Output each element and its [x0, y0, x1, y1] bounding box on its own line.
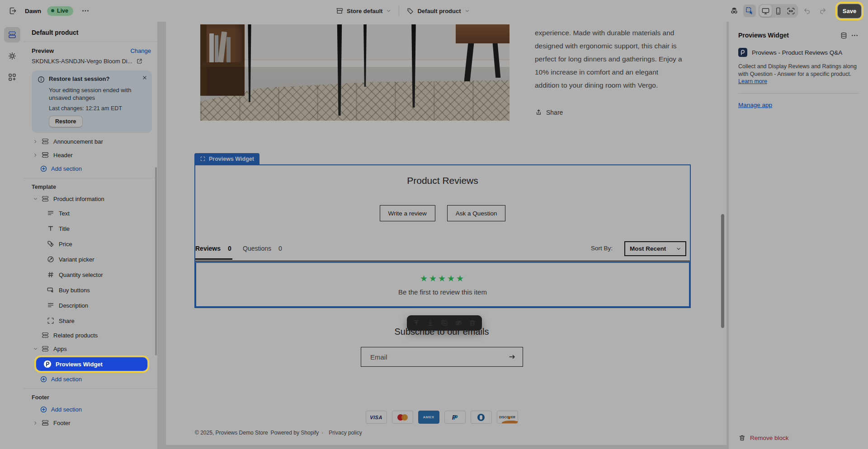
- section-icon: [41, 137, 49, 145]
- redo-button[interactable]: [816, 5, 829, 17]
- email-submit-button[interactable]: [502, 353, 523, 361]
- live-dot-icon: [51, 9, 54, 12]
- sidebar-item-text-block[interactable]: Text: [24, 206, 157, 221]
- mobile-view-button[interactable]: [772, 5, 784, 17]
- tabs-divider: [195, 261, 690, 262]
- hash-icon: [47, 271, 55, 279]
- sidebar-item-announcement-bar[interactable]: Announcement bar: [24, 135, 157, 148]
- sidebar-item-description-block[interactable]: Description: [24, 298, 157, 313]
- sort-select[interactable]: Most Recent: [624, 241, 686, 256]
- theme-options-button[interactable]: [79, 5, 92, 17]
- section-icon: [41, 419, 49, 427]
- proviews-app-logo: [738, 48, 747, 57]
- desktop-view-button[interactable]: [760, 5, 772, 17]
- database-icon: [840, 32, 848, 39]
- rail-app-embeds-button[interactable]: [4, 70, 20, 85]
- tab-questions[interactable]: Questions 0: [243, 245, 282, 252]
- proviews-widget-block[interactable]: Product Reviews Write a review Ask a Que…: [194, 164, 691, 308]
- fullwidth-view-button[interactable]: [785, 5, 797, 17]
- exit-icon: [8, 6, 17, 15]
- tab-reviews[interactable]: Reviews 0: [195, 245, 231, 252]
- exit-editor-button[interactable]: [6, 5, 19, 17]
- footer-group-heading: Footer: [24, 392, 157, 402]
- email-signup-field: [361, 347, 523, 367]
- preview-scrollbar[interactable]: [721, 214, 724, 328]
- store-context-selector[interactable]: Store default: [335, 7, 392, 15]
- remove-block-button[interactable]: Remove block: [738, 434, 789, 442]
- ask-question-button[interactable]: Ask a Question: [447, 205, 506, 221]
- share-icon: [535, 108, 542, 116]
- sidebar-item-footer-section[interactable]: Footer: [24, 416, 157, 430]
- storefront-preview: experience. Made with durable materials …: [166, 22, 726, 445]
- buy-button-icon: [47, 286, 55, 294]
- close-banner-button[interactable]: [142, 75, 148, 81]
- theme-name: Dawn: [25, 8, 41, 14]
- privacy-policy-link[interactable]: Privacy policy: [329, 430, 362, 436]
- write-review-button[interactable]: Write a review: [380, 205, 435, 221]
- payment-methods: VISA AMEX PP DISCOVER: [166, 411, 717, 424]
- sidebar-item-apps[interactable]: Apps: [24, 342, 157, 355]
- widget-tabs: Reviews 0 Questions 0: [195, 242, 690, 260]
- block-toolbar: [407, 315, 482, 331]
- desktop-icon: [761, 7, 770, 15]
- hide-block-button[interactable]: [452, 317, 465, 329]
- sidebar-item-related-products[interactable]: Related products: [24, 328, 157, 342]
- rail-theme-settings-button[interactable]: [4, 48, 20, 64]
- bookshelf: [200, 24, 245, 96]
- sidebar-item-variant-picker-block[interactable]: Variant picker: [24, 252, 157, 267]
- sidebar-item-buy-buttons-block[interactable]: Buy buttons: [24, 282, 157, 298]
- dynamic-source-button[interactable]: [838, 30, 849, 41]
- undo-button[interactable]: [801, 5, 813, 17]
- restore-button[interactable]: Restore: [49, 116, 83, 127]
- text-icon: [47, 301, 55, 309]
- add-section-header-group[interactable]: Add section: [24, 162, 157, 175]
- device-toggle-group: [759, 4, 798, 18]
- sidebar-scrollbar[interactable]: [155, 167, 157, 355]
- add-section-template-group[interactable]: Add section: [24, 372, 157, 386]
- email-input[interactable]: [361, 353, 502, 361]
- chevron-down-icon: [464, 8, 470, 14]
- sidebar-item-share-block[interactable]: Share: [24, 313, 157, 328]
- section-icon: [41, 345, 49, 353]
- reviews-count: 0: [228, 245, 231, 252]
- panel-options-button[interactable]: [849, 30, 860, 41]
- sidebar-item-header[interactable]: Header: [24, 148, 157, 162]
- sidebar-item-product-information[interactable]: Product information: [24, 192, 157, 206]
- delete-block-button[interactable]: [466, 317, 479, 329]
- app-description: Collect and Display Reviews and Ratings …: [729, 57, 868, 85]
- banner-body-line1: Your editing session ended with: [49, 87, 131, 94]
- save-button[interactable]: Save: [838, 4, 861, 18]
- top-bar: Dawn Live Store default: [0, 0, 868, 22]
- manage-app-link[interactable]: Manage app: [738, 102, 772, 108]
- inspector-tool-button[interactable]: [743, 5, 756, 17]
- product-image[interactable]: [200, 24, 509, 121]
- share-button[interactable]: Share: [535, 108, 563, 116]
- chevron-down-icon: [386, 8, 392, 14]
- add-section-footer-group[interactable]: Add section: [24, 402, 157, 416]
- paypal-badge: PP: [444, 411, 466, 424]
- duplicate-block-button[interactable]: [438, 317, 451, 329]
- storefront-footer: © 2025, Proviews Demo Store Powered by S…: [195, 430, 362, 436]
- page-selector[interactable]: Default product: [406, 7, 470, 15]
- preview-incognito-button[interactable]: [728, 5, 741, 17]
- divider: [399, 6, 399, 16]
- app-name: Proviews - Product Reviews Q&A: [752, 49, 842, 56]
- change-preview-link[interactable]: Change: [130, 47, 151, 54]
- amex-badge: AMEX: [418, 411, 439, 424]
- move-block-down-button[interactable]: [424, 317, 437, 329]
- external-link-icon[interactable]: [136, 58, 143, 65]
- rail-sections-button[interactable]: [4, 27, 20, 42]
- learn-more-link[interactable]: Learn more: [738, 78, 767, 84]
- widget-title: Product Reviews: [195, 175, 690, 186]
- product-description: experience. Made with durable materials …: [535, 26, 694, 92]
- sidebar-item-price-block[interactable]: Price: [24, 236, 157, 252]
- empty-reviews-state: ★★★★★ Be the first to review this item: [195, 262, 690, 307]
- preview-product-name: SKDNLKS-ASNDJN-Vergo Bloom Di...: [32, 58, 132, 65]
- sidebar-item-quantity-selector-block[interactable]: Quantity selector: [24, 267, 157, 282]
- sidebar-item-proviews-widget[interactable]: Proviews Widget: [36, 357, 147, 371]
- powered-by-link[interactable]: Powered by Shopify: [271, 430, 319, 436]
- move-block-up-button[interactable]: [410, 317, 423, 329]
- sidebar-item-title-block[interactable]: Title: [24, 221, 157, 236]
- sort-by-label: Sort By:: [591, 245, 613, 252]
- corner-brackets-icon: [47, 317, 55, 325]
